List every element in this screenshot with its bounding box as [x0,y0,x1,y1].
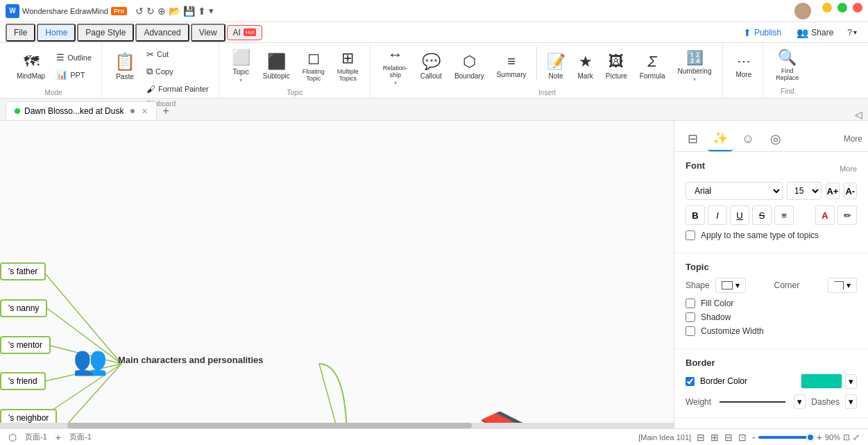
tab-bar: Dawn Blosso...ked at Dusk ✕ + ◁ [0,99,868,121]
menu-view[interactable]: View [191,24,225,42]
node-father[interactable]: 's father [0,262,46,280]
ppt-button[interactable]: 📊 PPT [52,67,96,83]
document-tab[interactable]: Dawn Blosso...ked at Dusk ✕ [6,101,157,120]
align-button[interactable]: ≡ [774,205,794,225]
menu-file[interactable]: File [6,24,35,42]
copy-button[interactable]: ⧉ Copy [142,63,213,80]
menu-home[interactable]: Home [37,24,76,42]
callout-button[interactable]: 💬 Callout [415,46,448,86]
dashes-dropdown[interactable]: ▾ [845,394,857,409]
undo-button[interactable]: ↺ [135,6,144,17]
minimize-button[interactable] [822,3,832,12]
tab-close-button[interactable]: ✕ [142,107,148,116]
more-actions-button[interactable]: ▾ [209,6,214,16]
underline-button[interactable]: U [730,205,749,225]
status-icon-4[interactable]: ⊡ [738,432,747,443]
bold-button[interactable]: B [686,205,705,225]
relationship-button[interactable]: ↔ Relation-ship ▾ [377,46,414,86]
zoom-slider-thumb[interactable] [806,433,815,442]
font-more[interactable]: More [840,165,857,173]
add-page-button[interactable]: + [56,432,61,443]
summary-button[interactable]: ≡ Summary [491,46,532,86]
main-characters-node[interactable]: Main characters and personalities [118,355,264,365]
apply-same-type-checkbox[interactable] [686,230,695,240]
status-icon-1[interactable]: ⊟ [697,432,705,443]
boundary-button[interactable]: ⬡ Boundary [449,46,490,86]
border-color-dropdown[interactable]: ▾ [845,374,857,389]
cut-button[interactable]: ✂ Cut [142,46,213,62]
mark-button[interactable]: ★ Mark [572,46,599,86]
panel-tab-emoji[interactable]: ☺ [735,126,760,151]
find-replace-button[interactable]: 🔍 FindReplace [770,46,804,85]
font-size-decrease[interactable]: A- [844,183,857,199]
new-tab-button[interactable]: + [157,102,174,120]
collapse-button[interactable]: ◁ [855,109,862,120]
help-button[interactable]: ? ▾ [842,25,862,40]
panel-more[interactable]: More [844,134,862,144]
more-button[interactable]: ⋯ More [730,46,757,85]
highlight-button[interactable]: ✏ [837,205,857,225]
border-section: Border Border Color ▾ Weight ▾ Dashes ▾ [674,349,868,418]
horizontal-scrollbar[interactable] [0,423,674,428]
corner-select[interactable]: ▾ [828,278,857,293]
panel-tab-outline[interactable]: ◎ [763,126,788,151]
node-mentor[interactable]: 's mentor [0,336,51,354]
zoom-out-button[interactable]: - [752,432,756,443]
shadow-checkbox[interactable] [686,312,695,322]
canvas[interactable]: 's father 's nanny 's mentor 's friend '… [0,121,674,428]
font-family-select[interactable]: Arial Times New Roman Calibri [686,182,783,200]
fit-button[interactable]: ⊡ [843,433,850,442]
strikethrough-button[interactable]: S [752,205,772,225]
pro-badge: Pro [111,7,127,15]
format-painter-button[interactable]: 🖌 Format Painter [142,81,213,97]
menu-advanced[interactable]: Advanced [135,24,189,42]
shadow-label: Shadow [701,312,731,322]
numbering-button[interactable]: 🔢 Numbering ▾ [672,46,717,86]
zoom-in-button[interactable]: + [817,432,822,443]
outline-button[interactable]: ☰ Outline [52,49,96,66]
panel-tab-style[interactable]: ⊟ [680,126,705,151]
border-color-swatch[interactable] [801,373,842,389]
redo-button[interactable]: ↻ [146,6,155,17]
share-button[interactable]: 👥 Share [790,24,840,41]
paste-icon: 📋 [114,52,135,72]
customize-width-checkbox[interactable] [686,326,695,336]
zoom-slider[interactable] [758,436,814,439]
topic-button[interactable]: ⬜ Topic ▾ [226,46,256,86]
close-button[interactable] [853,3,862,12]
multiple-topics-button[interactable]: ⊞ MultipleTopics [332,46,364,86]
paste-button[interactable]: 📋 Paste [109,46,141,86]
new-button[interactable]: ⊕ [158,6,166,17]
node-nanny[interactable]: 's nanny [0,299,47,317]
save-button[interactable]: 💾 [183,6,195,17]
italic-button[interactable]: I [708,205,727,225]
weight-dropdown[interactable]: ▾ [794,394,806,409]
maximize-button[interactable] [837,3,847,12]
page-icon-button[interactable]: ⬡ [8,432,17,443]
formula-button[interactable]: Σ Formula [634,46,671,86]
node-friend[interactable]: 's friend [0,372,46,390]
font-size-increase[interactable]: A+ [826,183,839,199]
open-button[interactable]: 📂 [169,6,180,17]
font-size-select[interactable]: 15 12 14 16 18 24 [787,182,822,200]
customize-width-label: Customize Width [701,326,764,336]
border-color-checkbox[interactable] [686,377,695,386]
export-button[interactable]: ⬆ [198,6,206,17]
status-icon-3[interactable]: ⊟ [724,432,733,443]
shape-select[interactable]: ▾ [715,278,746,293]
status-icon-2[interactable]: ⊞ [710,432,719,443]
publish-button[interactable]: ⬆ Publish [736,24,788,41]
picture-button[interactable]: 🖼 Picture [600,46,633,86]
font-color-button[interactable]: A [815,205,835,225]
mindmap-button[interactable]: 🗺 MindMap [11,46,51,86]
fill-color-checkbox[interactable] [686,299,695,308]
menu-page-style[interactable]: Page Style [77,24,134,42]
note-button[interactable]: 📝 Note [541,46,571,86]
user-avatar[interactable] [794,3,811,19]
subtopic-button[interactable]: ⬛ Subtopic [257,46,296,86]
menu-ai[interactable]: AI Hot [227,25,263,40]
floating-topic-button[interactable]: ◻ FloatingTopic [297,46,330,86]
numbering-label: Numbering [678,67,712,75]
panel-tab-ai[interactable]: ✨ [708,126,733,151]
fullscreen-button[interactable]: ⤢ [853,433,860,442]
